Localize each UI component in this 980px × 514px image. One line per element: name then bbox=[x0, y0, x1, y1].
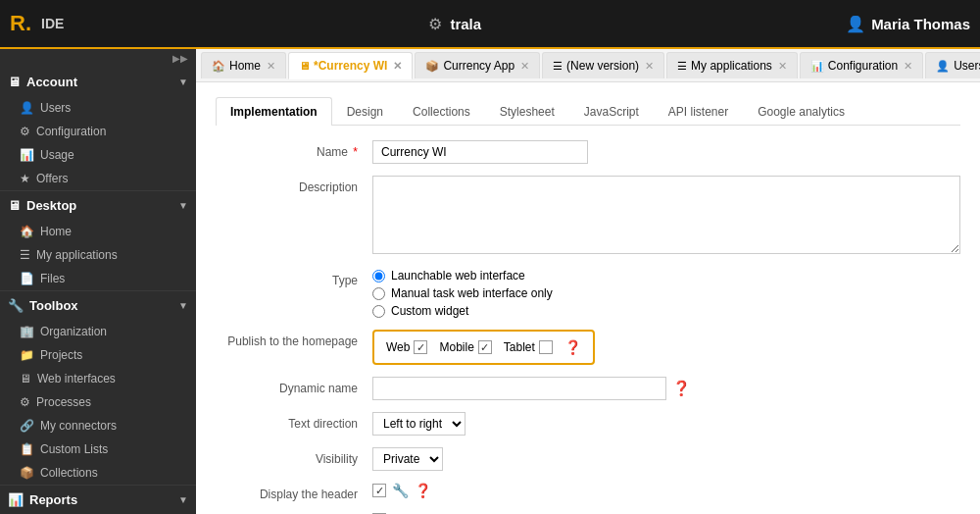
reports-icon: 📊 bbox=[8, 492, 24, 507]
sidebar-item-usage[interactable]: 📊 Usage bbox=[0, 143, 196, 167]
type-control: Launchable web interface Manual task web… bbox=[372, 269, 960, 318]
collections-label: Collections bbox=[40, 466, 98, 480]
settings-icon: ⚙ bbox=[428, 15, 442, 33]
description-control bbox=[372, 176, 960, 257]
sidebar-item-my-applications[interactable]: ☰ My applications bbox=[0, 243, 196, 267]
configuration-label: Configuration bbox=[36, 125, 106, 138]
dynamic-name-control: ❓ bbox=[372, 377, 960, 400]
sidebar-section-header-desktop[interactable]: 🖥 Desktop ▼ bbox=[0, 191, 196, 220]
connectors-label: My connectors bbox=[40, 419, 117, 433]
wrench-icon[interactable]: 🔧 bbox=[392, 483, 409, 498]
tab-cfg-close[interactable]: ✕ bbox=[904, 60, 912, 73]
tab-my-applications[interactable]: ☰ My applications ✕ bbox=[666, 52, 798, 78]
processes-icon: ⚙ bbox=[20, 395, 30, 409]
user-icon: 👤 bbox=[846, 15, 865, 33]
sidebar-section-header-reports[interactable]: 📊 Reports ▼ bbox=[0, 486, 196, 514]
tab-currency-app[interactable]: 📦 Currency App ✕ bbox=[415, 52, 540, 78]
tab-home[interactable]: 🏠 Home ✕ bbox=[201, 52, 286, 78]
tab-cwi-icon: 🖥 bbox=[299, 60, 310, 72]
tab-cfg-label: Configuration bbox=[828, 59, 898, 73]
tab-design[interactable]: Design bbox=[332, 97, 398, 126]
form-row-description: Description bbox=[216, 176, 960, 257]
my-apps-icon: ☰ bbox=[20, 248, 30, 262]
publish-help-icon[interactable]: ❓ bbox=[564, 339, 581, 355]
form-row-display-header: Display the header ✓ 🔧 ❓ bbox=[216, 483, 960, 501]
publish-web-checkbox[interactable]: ✓ bbox=[414, 340, 427, 354]
tab-google-analytics[interactable]: Google analytics bbox=[743, 97, 859, 126]
tab-capp-close[interactable]: ✕ bbox=[520, 60, 529, 73]
connectors-icon: 🔗 bbox=[20, 419, 34, 433]
sidebar-item-processes[interactable]: ⚙ Processes bbox=[0, 390, 196, 414]
display-header-help-icon[interactable]: ❓ bbox=[415, 483, 431, 498]
tab-new-version[interactable]: ☰ (New version) ✕ bbox=[542, 52, 664, 78]
type-radio-custom[interactable]: Custom widget bbox=[372, 304, 960, 318]
sidebar-item-users[interactable]: 👤 Users bbox=[0, 96, 196, 120]
publish-mobile-label: Mobile bbox=[439, 340, 473, 354]
sidebar-item-organization[interactable]: 🏢 Organization bbox=[0, 320, 196, 343]
text-direction-select[interactable]: Left to right Right to left bbox=[372, 412, 466, 436]
tab-cwi-close[interactable]: ✕ bbox=[393, 60, 402, 73]
tab-users[interactable]: 👤 Users ✕ bbox=[925, 52, 980, 78]
visibility-control: Private Public bbox=[372, 447, 960, 471]
tab-currency-wi[interactable]: 🖥 *Currency WI ✕ bbox=[288, 52, 413, 79]
reports-chevron: ▼ bbox=[178, 494, 188, 505]
sidebar-item-files[interactable]: 📄 Files bbox=[0, 267, 196, 290]
tab-implementation[interactable]: Implementation bbox=[216, 97, 332, 126]
tab-configuration[interactable]: 📊 Configuration ✕ bbox=[800, 52, 923, 78]
type-radio-launchable[interactable]: Launchable web interface bbox=[372, 269, 960, 283]
tab-cfg-icon: 📊 bbox=[810, 60, 824, 73]
sidebar-section-header-account[interactable]: 🖥 Account ▼ bbox=[0, 68, 196, 96]
display-header-checkbox[interactable]: ✓ bbox=[372, 484, 386, 497]
sidebar-item-custom-lists[interactable]: 📋 Custom Lists bbox=[0, 437, 196, 461]
sidebar-item-web-interfaces[interactable]: 🖥 Web interfaces bbox=[0, 367, 196, 390]
publish-web: Web ✓ bbox=[386, 340, 427, 354]
files-label: Files bbox=[40, 272, 65, 285]
tab-collections[interactable]: Collections bbox=[398, 97, 485, 126]
name-input[interactable] bbox=[372, 140, 588, 164]
form-row-visibility: Visibility Private Public bbox=[216, 447, 960, 471]
sidebar-expand-btn[interactable]: ▶▶ bbox=[0, 49, 196, 68]
content-area: 🏠 Home ✕ 🖥 *Currency WI ✕ 📦 Currency App… bbox=[196, 49, 980, 514]
sidebar-section-header-toolbox[interactable]: 🔧 Toolbox ▼ bbox=[0, 291, 196, 320]
sidebar-item-configuration[interactable]: ⚙ Configuration bbox=[0, 120, 196, 143]
tab-home-icon: 🏠 bbox=[212, 60, 225, 73]
logo[interactable]: R. bbox=[10, 11, 31, 36]
sidebar-item-home[interactable]: 🏠 Home bbox=[0, 220, 196, 243]
text-direction-label: Text direction bbox=[216, 412, 372, 431]
collections-icon: 📦 bbox=[20, 466, 34, 480]
tab-api-listener[interactable]: API listener bbox=[654, 97, 743, 126]
tab-javascript[interactable]: JavaScript bbox=[569, 97, 654, 126]
tab-usr-label: Users bbox=[954, 59, 980, 73]
sidebar-item-projects[interactable]: 📁 Projects bbox=[0, 343, 196, 367]
dynamic-name-label: Dynamic name bbox=[216, 377, 372, 395]
tab-capp-icon: 📦 bbox=[425, 60, 439, 73]
files-icon: 📄 bbox=[20, 272, 34, 285]
tab-nv-close[interactable]: ✕ bbox=[645, 60, 654, 73]
publish-mobile-checkbox[interactable]: ✓ bbox=[478, 340, 492, 354]
toolbox-label: Toolbox bbox=[29, 298, 78, 313]
sidebar-item-offers[interactable]: ★ Offers bbox=[0, 167, 196, 190]
sidebar-item-my-connectors[interactable]: 🔗 My connectors bbox=[0, 414, 196, 437]
tab-home-close[interactable]: ✕ bbox=[267, 60, 275, 73]
publish-control: Web ✓ Mobile ✓ Tablet ❓ bbox=[372, 330, 960, 365]
description-textarea[interactable] bbox=[372, 176, 960, 254]
usage-label: Usage bbox=[40, 148, 74, 162]
type-radio-manual[interactable]: Manual task web interface only bbox=[372, 286, 960, 300]
dynamic-name-help-icon[interactable]: ❓ bbox=[672, 380, 691, 397]
publish-mobile: Mobile ✓ bbox=[439, 340, 491, 354]
offers-icon: ★ bbox=[20, 172, 30, 185]
tab-ma-close[interactable]: ✕ bbox=[778, 60, 787, 73]
tab-stylesheet[interactable]: Stylesheet bbox=[485, 97, 569, 126]
visibility-label: Visibility bbox=[216, 447, 372, 466]
user-section: 👤 Maria Thomas bbox=[846, 15, 970, 33]
tab-capp-label: Currency App bbox=[443, 59, 514, 73]
my-apps-label: My applications bbox=[36, 248, 118, 262]
trala-label: trala bbox=[450, 16, 481, 32]
tab-ma-icon: ☰ bbox=[677, 60, 687, 73]
publish-tablet-checkbox[interactable] bbox=[539, 340, 553, 354]
dynamic-name-input[interactable] bbox=[372, 377, 666, 400]
form-row-dynamic-name: Dynamic name ❓ bbox=[216, 377, 960, 400]
sidebar-section-desktop: 🖥 Desktop ▼ 🏠 Home ☰ My applications 📄 F… bbox=[0, 191, 196, 291]
visibility-select[interactable]: Private Public bbox=[372, 447, 443, 471]
sidebar-item-collections[interactable]: 📦 Collections bbox=[0, 461, 196, 485]
